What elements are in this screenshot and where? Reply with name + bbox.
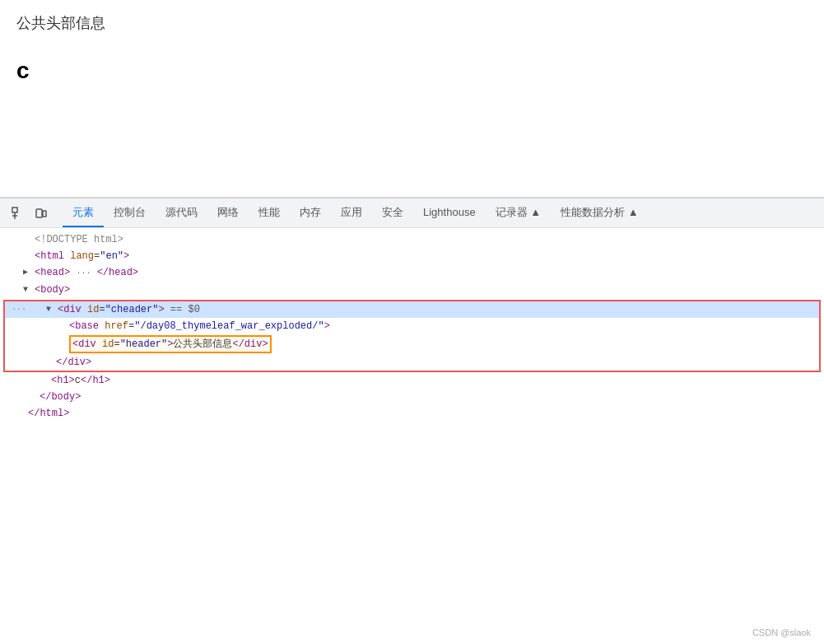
dom-line-base: <base href="/day08_thymeleaf_war_explode…: [5, 318, 819, 334]
dom-line-cheader-close: </div>: [5, 354, 819, 371]
tab-recorder[interactable]: 记录器 ▲: [486, 198, 551, 227]
page-area: 公共头部信息 c: [0, 0, 824, 198]
dom-line-cheader[interactable]: ··· <div id="cheader"> == $0: [5, 301, 819, 318]
tab-performance-insights[interactable]: 性能数据分析 ▲: [551, 198, 648, 227]
dom-line-doctype: <!DOCTYPE html>: [0, 231, 824, 248]
devtools-tabs: 元素 控制台 源代码 网络 性能 内存 应用 安全 Lighthouse 记录器…: [63, 198, 817, 227]
tab-console[interactable]: 控制台: [104, 198, 156, 227]
tab-network[interactable]: 网络: [207, 198, 249, 227]
body-triangle[interactable]: [23, 282, 35, 297]
tab-sources[interactable]: 源代码: [156, 198, 207, 227]
orange-highlight: <div id="header">公共头部信息</div>: [69, 335, 272, 353]
dom-line-html-close: </html>: [0, 405, 824, 422]
tab-security[interactable]: 安全: [372, 198, 413, 227]
tab-performance[interactable]: 性能: [249, 198, 290, 227]
dom-line-body[interactable]: <body>: [0, 282, 824, 298]
inspect-icon[interactable]: [7, 202, 30, 225]
devtools-panel: 元素 控制台 源代码 网络 性能 内存 应用 安全 Lighthouse 记录器…: [0, 198, 824, 644]
watermark: CSDN @slaok: [752, 628, 811, 637]
head-triangle[interactable]: [23, 265, 35, 280]
dots-marker: ···: [12, 302, 26, 317]
tab-elements[interactable]: 元素: [63, 198, 104, 227]
tab-lighthouse[interactable]: Lighthouse: [413, 198, 486, 227]
devtools-icon-group: [7, 202, 53, 225]
dom-panel[interactable]: <!DOCTYPE html> <html lang="en"> <head> …: [0, 228, 824, 644]
svg-rect-0: [12, 208, 17, 212]
dom-line-h1: <h1>c</h1>: [0, 372, 824, 389]
cheader-triangle[interactable]: [46, 302, 58, 317]
dom-line-body-close: </body>: [0, 389, 824, 405]
highlighted-block: ··· <div id="cheader"> == $0 <base href=…: [3, 300, 821, 372]
svg-rect-4: [43, 211, 46, 217]
tab-memory[interactable]: 内存: [290, 198, 331, 227]
dom-line-html: <html lang="en">: [0, 248, 824, 264]
page-title: 公共头部信息: [16, 13, 808, 33]
page-body-text: c: [16, 58, 808, 84]
svg-rect-3: [36, 209, 42, 217]
dom-line-header: <div id="header">公共头部信息</div>: [5, 334, 819, 354]
dom-line-head[interactable]: <head> ··· </head>: [0, 264, 824, 282]
device-icon[interactable]: [30, 202, 53, 225]
devtools-toolbar: 元素 控制台 源代码 网络 性能 内存 应用 安全 Lighthouse 记录器…: [0, 198, 824, 228]
tab-application[interactable]: 应用: [331, 198, 372, 227]
